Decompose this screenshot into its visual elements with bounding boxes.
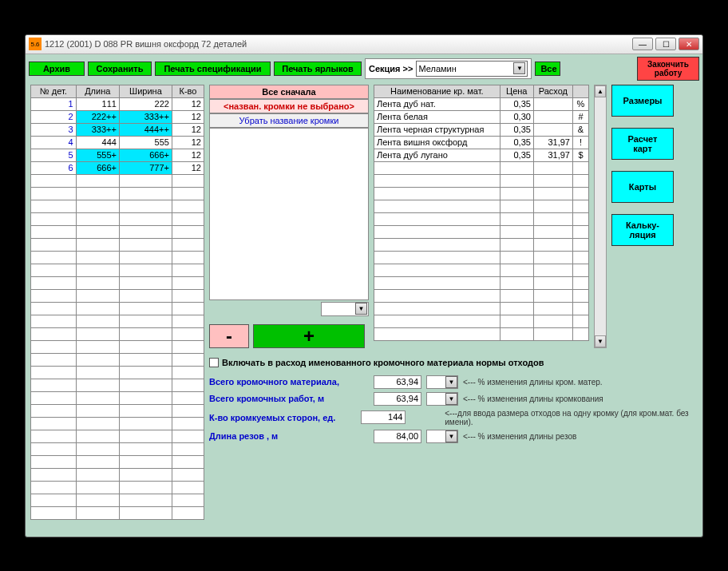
table-row[interactable] <box>31 366 204 379</box>
table-row[interactable] <box>31 391 204 404</box>
table-row[interactable] <box>31 340 204 353</box>
print-labels-button[interactable]: Печать ярлыков <box>274 61 362 76</box>
table-row[interactable] <box>31 468 204 481</box>
table-row[interactable] <box>31 251 204 264</box>
scrollbar[interactable]: ▲ ▼ <box>594 85 607 348</box>
table-row[interactable] <box>31 430 204 442</box>
summary-row: К-во кромкуемых сторон, ед.144<---для вв… <box>209 409 698 426</box>
table-row[interactable] <box>374 264 589 276</box>
table-row[interactable] <box>374 276 589 289</box>
summary-select[interactable]: ▼ <box>426 392 458 406</box>
summary-label: Всего кромочного материала, <box>209 377 369 387</box>
scroll-down-icon[interactable]: ▼ <box>595 335 606 347</box>
section-select[interactable]: Меламин ▼ <box>416 61 528 77</box>
table-row[interactable] <box>374 289 589 302</box>
summary-row: Всего кромочных работ, м63,94▼<--- % изм… <box>209 392 698 406</box>
table-row[interactable] <box>374 174 589 187</box>
table-row[interactable] <box>374 161 589 174</box>
summary-value[interactable]: 63,94 <box>374 392 421 406</box>
table-row[interactable] <box>31 506 204 519</box>
table-row[interactable] <box>374 200 589 212</box>
table-row[interactable] <box>31 264 204 276</box>
summary-select[interactable]: ▼ <box>426 430 458 443</box>
table-row[interactable] <box>374 327 589 340</box>
table-row[interactable] <box>31 187 204 200</box>
restart-button[interactable]: Все сначала <box>209 85 369 99</box>
summary-row: Длина резов , м84,00▼<--- % изменения дл… <box>209 430 698 443</box>
table-row[interactable] <box>31 289 204 302</box>
maps-button[interactable]: Карты <box>611 171 674 203</box>
table-row[interactable] <box>31 327 204 340</box>
chevron-down-icon: ▼ <box>445 376 457 388</box>
calculation-button[interactable]: Кальку- ляция <box>611 214 674 246</box>
table-row[interactable] <box>31 276 204 289</box>
summary-value[interactable]: 144 <box>361 410 406 424</box>
maximize-button[interactable]: ☐ <box>655 38 676 50</box>
minus-button[interactable]: - <box>209 324 249 348</box>
table-row[interactable]: Лента дуб лугано0,3531,97$ <box>374 149 589 161</box>
table-row[interactable]: 6666+777+12 <box>31 161 204 174</box>
table-row[interactable]: 5555+666+12 <box>31 149 204 161</box>
include-waste-checkbox[interactable] <box>209 358 219 367</box>
table-row[interactable] <box>31 379 204 391</box>
close-button[interactable]: ✕ <box>679 38 699 50</box>
summary-hint: <--- % изменения длины резов <box>463 432 576 441</box>
all-button[interactable]: Все <box>535 61 560 76</box>
calc-maps-button[interactable]: Расчет карт <box>611 128 674 160</box>
col-header: Ширина <box>119 85 172 97</box>
summary-hint: <--- % изменения длины кромкования <box>463 395 603 403</box>
table-row[interactable] <box>374 302 589 315</box>
table-row[interactable] <box>31 481 204 494</box>
edge-not-selected[interactable]: <назван. кромки не выбрано> <box>209 99 369 113</box>
sizes-button[interactable]: Размеры <box>611 85 674 117</box>
parts-table-area: № дет.ДлинаШиринаК-во1111222122222++333+… <box>30 85 204 537</box>
table-row[interactable] <box>374 225 589 238</box>
summary-value[interactable]: 84,00 <box>374 430 421 443</box>
table-row[interactable]: Лента белая0,30# <box>374 110 589 123</box>
edge-small-select[interactable]: ▼ <box>321 302 369 316</box>
materials-table[interactable]: Наименование кр. мат.ЦенаРасходЛента дуб… <box>374 85 589 341</box>
print-spec-button[interactable]: Печать спецификации <box>155 61 271 76</box>
table-row[interactable] <box>374 212 589 225</box>
save-button[interactable]: Сохранить <box>88 61 152 76</box>
table-row[interactable]: Лента дуб нат.0,35% <box>374 97 589 110</box>
table-row[interactable] <box>31 302 204 315</box>
chevron-down-icon: ▼ <box>513 62 525 74</box>
table-row[interactable]: 2222++333++12 <box>31 110 204 123</box>
summary-select[interactable]: ▼ <box>426 375 458 389</box>
table-row[interactable]: Лента вишня оксфорд0,3531,97! <box>374 136 589 149</box>
table-row[interactable]: Лента черная структурная0,35& <box>374 123 589 136</box>
col-header: Длина <box>76 85 119 97</box>
summary-value[interactable]: 63,94 <box>374 375 421 389</box>
table-row[interactable] <box>31 404 204 417</box>
finish-button[interactable]: Закончить работу <box>637 57 699 81</box>
table-row[interactable] <box>31 315 204 327</box>
parts-table[interactable]: № дет.ДлинаШиринаК-во1111222122222++333+… <box>30 85 204 520</box>
table-row[interactable] <box>31 200 204 212</box>
table-row[interactable]: 3333++444++12 <box>31 123 204 136</box>
side-buttons: Размеры Расчет карт Карты Кальку- ляция <box>611 85 674 348</box>
window-title: 1212 (2001) D 088 PR вишня оксфорд 72 де… <box>45 39 632 49</box>
plus-button[interactable]: + <box>253 324 365 348</box>
table-row[interactable]: 444455512 <box>31 136 204 149</box>
table-row[interactable] <box>31 455 204 468</box>
table-row[interactable]: 111122212 <box>31 97 204 110</box>
table-row[interactable] <box>31 442 204 455</box>
scroll-up-icon[interactable]: ▲ <box>595 85 606 97</box>
table-row[interactable] <box>31 225 204 238</box>
minimize-button[interactable]: — <box>632 38 653 50</box>
table-row[interactable] <box>374 315 589 327</box>
table-row[interactable] <box>374 238 589 251</box>
table-row[interactable] <box>374 187 589 200</box>
table-row[interactable] <box>31 238 204 251</box>
table-row[interactable] <box>31 417 204 430</box>
remove-edge-button[interactable]: Убрать название кромки <box>209 113 369 128</box>
edge-panel: Все сначала <назван. кромки не выбрано> … <box>209 85 369 348</box>
table-row[interactable] <box>31 494 204 506</box>
edge-list[interactable] <box>209 128 369 300</box>
table-row[interactable] <box>31 212 204 225</box>
table-row[interactable] <box>31 353 204 366</box>
table-row[interactable] <box>374 251 589 264</box>
archive-button[interactable]: Архив <box>29 61 85 76</box>
table-row[interactable] <box>31 174 204 187</box>
